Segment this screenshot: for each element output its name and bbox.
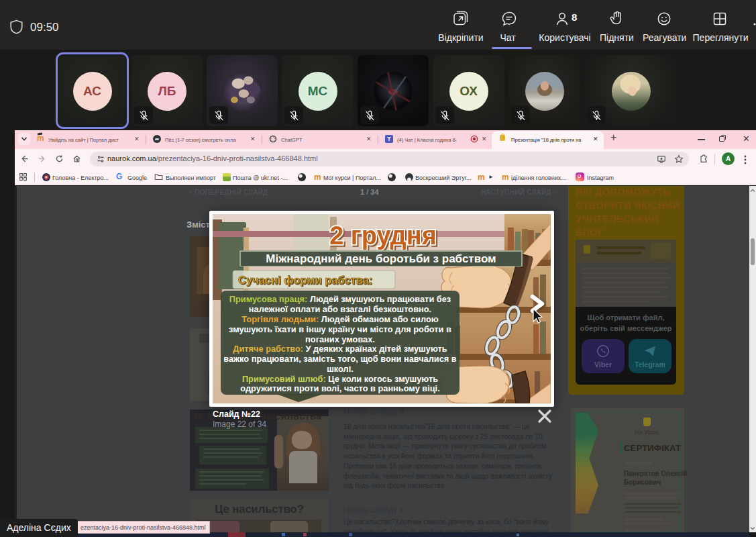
svg-text:Міжнародний день боротьби з ра: Міжнародний день боротьби з рабством [266,252,496,265]
svg-text:Примусовий шлюб: Це коли когос: Примусовий шлюб: Це коли когось змушують [242,374,438,384]
svg-text:поганих умовах.: поганих умовах. [305,334,375,344]
svg-text:Дитяче рабство: У деяких країн: Дитяче рабство: У деяких країнах дітей з… [233,344,447,354]
svg-text:школі.: школі. [327,364,354,374]
svg-text:Примусова праця: Людей змушуют: Примусова праця: Людей змушують працюват… [229,294,451,304]
svg-text:2 грудня: 2 грудня [329,222,437,250]
svg-text:Сучасні форми рабства:: Сучасні форми рабства: [238,274,372,286]
svg-text:змушують їхати в іншу країну ч: змушують їхати в іншу країну чи місто дл… [229,324,451,334]
svg-text:важко працювати, замість того,: важко працювати, замість того, щоб вони … [223,354,457,364]
svg-text:одружитися проти волі, часто в: одружитися проти волі, часто в ранньому … [240,383,439,393]
svg-text:Торгівля людьми: Людей обманом: Торгівля людьми: Людей обманом або силою [241,314,438,324]
svg-text:належної оплати або взагалі бе: належної оплати або взагалі безкоштовно. [249,304,431,314]
